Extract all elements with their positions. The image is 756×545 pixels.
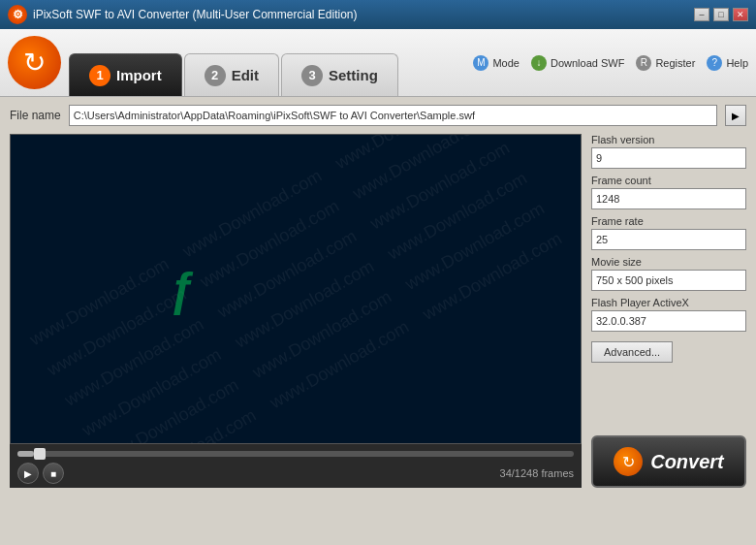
tab-setting[interactable]: 3 Setting — [281, 53, 398, 96]
flash-logo: ƒ — [169, 263, 195, 316]
stop-button[interactable]: ■ — [43, 463, 64, 484]
convert-button[interactable]: ↻ Convert — [591, 435, 746, 488]
main-content: www.Download.com www.Download.com www.Do… — [10, 134, 746, 488]
play-button[interactable]: ▶ — [17, 463, 39, 484]
logo-icon: ↻ — [23, 47, 46, 79]
download-icon: ↓ — [531, 55, 547, 71]
title-bar-left: ⚙ iPixSoft SWF to AVI Converter (Multi-U… — [8, 5, 358, 24]
tab-import[interactable]: 1 Import — [69, 53, 182, 96]
tab-import-label: Import — [116, 67, 162, 83]
right-panel: Flash version Frame count Frame rate Mov… — [591, 134, 746, 488]
controls-row: ▶ ■ 34/1248 frames — [17, 463, 574, 484]
file-row: File name ▶ — [10, 105, 746, 126]
app-title: iPixSoft SWF to AVI Converter (Multi-Use… — [33, 8, 358, 21]
watermark: www.Download.com www.Download.com www.Do… — [11, 135, 581, 443]
file-label: File name — [10, 109, 61, 122]
tab-import-num: 1 — [89, 65, 110, 86]
mode-icon: M — [473, 55, 488, 71]
flash-version-group: Flash version — [591, 134, 746, 169]
video-preview: www.Download.com www.Download.com www.Do… — [10, 134, 582, 444]
seek-bar-container[interactable] — [17, 448, 574, 460]
mode-label: Mode — [492, 57, 520, 69]
help-label: Help — [726, 57, 748, 69]
title-bar: ⚙ iPixSoft SWF to AVI Converter (Multi-U… — [0, 0, 756, 29]
flash-player-label: Flash Player ActiveX — [591, 297, 746, 308]
seek-bar[interactable] — [17, 451, 574, 457]
help-action[interactable]: ? Help — [707, 55, 748, 71]
minimize-button[interactable]: – — [694, 8, 709, 21]
tabs-area: 1 Import 2 Edit 3 Setting — [69, 29, 461, 96]
frame-rate-label: Frame rate — [591, 215, 746, 227]
help-icon: ? — [707, 55, 722, 71]
file-path-input[interactable] — [69, 105, 717, 126]
tab-setting-label: Setting — [329, 67, 378, 83]
stop-icon: ■ — [50, 468, 56, 479]
seek-thumb[interactable] — [34, 448, 46, 460]
movie-size-group: Movie size — [591, 256, 746, 291]
flash-version-label: Flash version — [591, 134, 746, 145]
frame-count-input[interactable] — [591, 188, 746, 209]
title-bar-controls: – □ ✕ — [694, 8, 748, 21]
download-label: Download SWF — [551, 57, 624, 69]
frame-count-label: Frame count — [591, 175, 746, 186]
toolbar-actions: M Mode ↓ Download SWF R Register ? Help — [473, 55, 748, 71]
flash-player-input[interactable] — [591, 310, 746, 332]
preview-container: www.Download.com www.Download.com www.Do… — [10, 134, 582, 488]
app-logo: ↻ — [8, 36, 61, 89]
flash-player-group: Flash Player ActiveX — [591, 297, 746, 332]
flash-version-input[interactable] — [591, 147, 746, 169]
convert-button-icon: ↻ — [614, 447, 643, 476]
frame-count-group: Frame count — [591, 175, 746, 209]
toolbar: ↻ 1 Import 2 Edit 3 Setting M Mode ↓ Dow… — [0, 29, 756, 97]
register-label: Register — [655, 57, 695, 69]
tab-edit[interactable]: 2 Edit — [184, 53, 279, 96]
file-browse-button[interactable]: ▶ — [725, 105, 746, 126]
convert-button-label: Convert — [650, 451, 724, 473]
seek-progress — [17, 451, 34, 457]
register-icon: R — [636, 55, 651, 71]
main-content-wrapper: File name ▶ www.Download.com www.Downloa… — [0, 97, 756, 545]
play-controls: ▶ ■ — [17, 463, 64, 484]
close-button[interactable]: ✕ — [733, 8, 748, 21]
tab-setting-num: 3 — [301, 65, 323, 86]
frame-rate-input[interactable] — [591, 229, 746, 250]
frame-info: 34/1248 frames — [500, 467, 574, 479]
advanced-button[interactable]: Advanced... — [591, 341, 673, 363]
app-icon: ⚙ — [8, 5, 27, 24]
frame-rate-group: Frame rate — [591, 215, 746, 250]
movie-size-label: Movie size — [591, 256, 746, 268]
playback-controls: ▶ ■ 34/1248 frames — [10, 444, 582, 488]
mode-action[interactable]: M Mode — [473, 55, 520, 71]
tab-edit-label: Edit — [232, 67, 259, 83]
register-action[interactable]: R Register — [636, 55, 695, 71]
tab-edit-num: 2 — [205, 65, 226, 86]
play-icon: ▶ — [24, 468, 32, 479]
maximize-button[interactable]: □ — [713, 8, 729, 21]
movie-size-input[interactable] — [591, 270, 746, 291]
browse-icon: ▶ — [732, 111, 740, 121]
download-swf-action[interactable]: ↓ Download SWF — [531, 55, 624, 71]
